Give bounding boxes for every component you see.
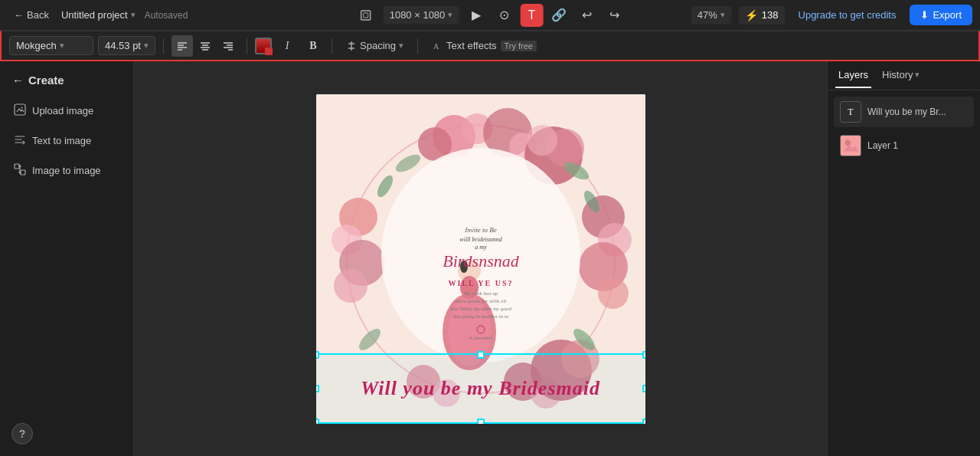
right-sidebar-tabs: Layers History ▾	[828, 61, 980, 90]
svg-point-70	[845, 140, 851, 146]
help-button[interactable]: ?	[11, 423, 33, 445]
link-button[interactable]: 🔗	[547, 4, 570, 27]
sidebar-item-upload-image[interactable]: Upload image	[6, 97, 127, 124]
svg-rect-69	[841, 136, 861, 156]
italic-button[interactable]: I	[276, 35, 298, 57]
back-button[interactable]: ← Back	[8, 6, 55, 24]
project-name-container[interactable]: Untitled project ▾	[61, 9, 136, 21]
align-left-button[interactable]	[172, 35, 193, 57]
svg-text:You going in toolbox in to: You going in toolbox in to	[452, 313, 508, 320]
sidebar-item-image-to-image[interactable]: Image to image	[6, 157, 127, 184]
text-effects-button[interactable]: A Text effects Try free	[426, 37, 543, 54]
toolbar-icons-group: ▶ ⊙ T 🔗 ↩ ↪	[465, 4, 626, 27]
handle-bottom-left[interactable]	[316, 418, 319, 424]
text-toolbar: Mokgech ▾ 44.53 pt ▾ I B Spacing ▾ A Tex…	[0, 31, 980, 61]
redo-button[interactable]: ↪	[603, 4, 626, 27]
project-chevron-icon: ▾	[131, 10, 136, 20]
text-tool-button[interactable]: T	[520, 4, 543, 27]
zoom-control[interactable]: 47% ▾	[691, 6, 731, 24]
layer-item-text[interactable]: T Will you be my Br...	[834, 97, 974, 127]
canvas-size-chevron-icon: ▾	[448, 10, 452, 20]
handle-left-mid[interactable]	[316, 385, 319, 392]
text-color-swatch[interactable]	[255, 38, 272, 54]
svg-text:We think box up: We think box up	[463, 290, 498, 297]
svg-text:Birdsnsnad: Birdsnsnad	[443, 251, 519, 271]
project-title: Untitled project	[61, 9, 128, 21]
top-center-controls: 1080 × 1080 ▾ ▶ ⊙ T 🔗 ↩ ↪	[354, 4, 626, 27]
handle-top-mid[interactable]	[477, 351, 485, 359]
spacing-label: Spacing	[360, 40, 396, 51]
divider-3	[332, 38, 332, 54]
upgrade-button[interactable]: Upgrade to get credits	[792, 6, 903, 24]
undo-button[interactable]: ↩	[575, 4, 598, 27]
svg-point-36	[598, 278, 629, 309]
svg-text:wiill brideissmnd: wiill brideissmnd	[459, 236, 502, 243]
text-effects-label: Text effects	[446, 40, 497, 51]
layers-list: T Will you be my Br... Layer 1	[828, 90, 980, 167]
spacing-chevron-icon: ▾	[399, 41, 403, 51]
layer-item-image[interactable]: Layer 1	[834, 130, 974, 161]
export-button[interactable]: ⬇ Export	[910, 5, 972, 25]
left-sidebar: ← Create Upload image Text to image Imag…	[0, 61, 134, 456]
image-to-image-label: Image to image	[32, 165, 101, 176]
sidebar-item-text-to-image[interactable]: Text to image	[6, 127, 127, 154]
svg-rect-20	[15, 164, 19, 169]
font-family-value: Mokgech	[16, 40, 57, 51]
align-right-button[interactable]	[217, 35, 239, 57]
spacing-button[interactable]: Spacing ▾	[340, 37, 410, 54]
play-button[interactable]: ▶	[465, 4, 488, 27]
back-label: Back	[27, 9, 49, 21]
text-to-image-label: Text to image	[32, 135, 91, 146]
history-label: History	[882, 69, 913, 80]
align-center-button[interactable]	[194, 35, 216, 57]
handle-bottom-mid[interactable]	[477, 418, 485, 424]
tab-history[interactable]: History ▾	[879, 63, 923, 88]
handle-right-mid[interactable]	[642, 385, 645, 392]
handle-bottom-right[interactable]	[642, 418, 645, 424]
font-family-select[interactable]: Mokgech ▾	[9, 36, 93, 55]
frame-icon-button[interactable]	[354, 4, 377, 27]
top-bar: ← Back Untitled project ▾ Autosaved 1080…	[0, 0, 980, 31]
main-area: ← Create Upload image Text to image Imag…	[0, 61, 980, 456]
export-label: Export	[933, 9, 962, 21]
zoom-chevron-icon: ▾	[720, 10, 725, 20]
font-size-control[interactable]: 44.53 pt ▾	[98, 36, 155, 55]
canvas-size-label: 1080 × 1080	[390, 9, 446, 21]
text-layer-label: Will you be my Br...	[867, 107, 946, 117]
image-to-image-icon	[14, 163, 26, 178]
create-header: ← Create	[6, 69, 127, 91]
svg-point-32	[334, 269, 368, 303]
create-arrow-icon: ←	[12, 74, 24, 87]
circle-button[interactable]: ⊙	[492, 4, 515, 27]
font-family-chevron-icon: ▾	[60, 41, 64, 51]
lightning-icon: ⚡	[745, 9, 758, 21]
autosaved-label: Autosaved	[145, 10, 188, 21]
top-right-controls: 47% ▾ ⚡ 138 Upgrade to get credits ⬇ Exp…	[691, 5, 972, 25]
canvas-size-control[interactable]: 1080 × 1080 ▾	[384, 6, 459, 24]
svg-text:A: A	[433, 42, 439, 51]
svg-point-19	[21, 107, 23, 109]
bold-button[interactable]: B	[302, 35, 324, 57]
divider-2	[247, 38, 247, 54]
font-size-chevron-icon: ▾	[144, 41, 149, 51]
canvas-overlay-text: Will you be my Bridesmaid	[361, 377, 600, 400]
text-layer-thumb: T	[840, 101, 861, 123]
canvas-image: Invite to Be wiill brideissmnd a my Bird…	[316, 94, 645, 424]
handle-top-right[interactable]	[642, 351, 645, 359]
svg-rect-0	[361, 11, 371, 20]
svg-rect-1	[364, 13, 368, 18]
canvas-text-selection[interactable]: Will you be my Bridesmaid	[316, 353, 645, 424]
divider-1	[163, 38, 164, 54]
help-icon: ?	[19, 428, 26, 440]
divider-4	[417, 38, 418, 54]
tab-layers[interactable]: Layers	[835, 63, 871, 88]
handle-top-left[interactable]	[316, 351, 319, 359]
canvas-wrapper: Invite to Be wiill brideissmnd a my Bird…	[316, 94, 645, 424]
svg-text:more points for stills ell: more points for stills ell	[455, 298, 506, 304]
align-buttons-group	[172, 35, 239, 57]
canvas-area[interactable]: Invite to Be wiill brideissmnd a my Bird…	[134, 61, 827, 456]
text-to-image-icon	[14, 133, 26, 148]
svg-text:late Valley tip often my good: late Valley tip often my good	[450, 306, 511, 312]
credits-count: 138	[762, 9, 779, 21]
back-arrow-icon: ←	[14, 9, 24, 21]
